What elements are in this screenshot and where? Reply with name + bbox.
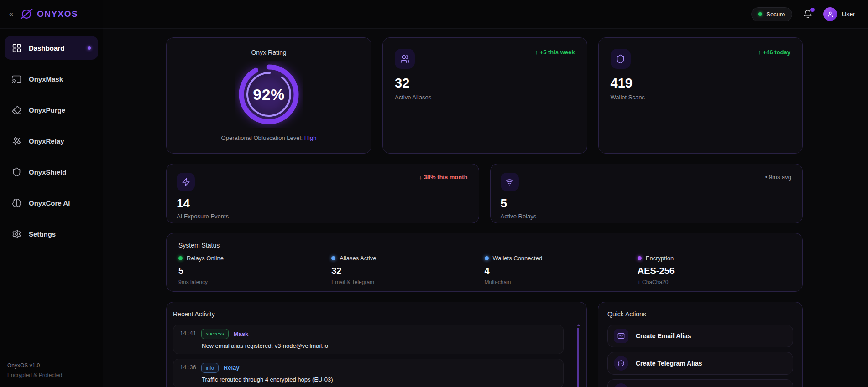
- recent-activity-title: Recent Activity: [173, 310, 580, 318]
- secure-status-dot: [758, 12, 762, 16]
- sidebar-item-onyxrelay[interactable]: OnyxRelay: [5, 129, 98, 153]
- active-relays-card: • 9ms avg 5 Active Relays: [490, 164, 803, 223]
- scroll-up-arrow-icon[interactable]: [577, 324, 580, 326]
- rating-footer: Operational Obfuscation Level: High: [221, 134, 317, 141]
- status-value: 5: [178, 266, 331, 276]
- blue-status-dot: [331, 256, 335, 260]
- info-badge: info: [201, 363, 219, 373]
- app-root: « ONYXOS Dashboard OnyxMask Onyx: [0, 0, 868, 387]
- onyxos-logo-icon: [20, 7, 33, 21]
- quick-action-label: Create Email Alias: [636, 332, 691, 340]
- sidebar-item-onyxpurge[interactable]: OnyxPurge: [5, 98, 98, 122]
- rating-footer-value: High: [304, 134, 317, 141]
- status-label: Encryption: [646, 255, 674, 262]
- partial-icon-tile: [614, 383, 628, 387]
- wifi-icon-tile: [501, 173, 519, 191]
- status-aliases-active: Aliases Active 32 Email & Telegram: [331, 255, 484, 285]
- secure-status-label: Secure: [766, 11, 785, 18]
- status-wallets-connected: Wallets Connected 4 Multi-chain: [485, 255, 638, 285]
- sidebar-header: « ONYXOS: [0, 0, 103, 29]
- brain-icon: [12, 198, 21, 208]
- chat-bubble-icon: [617, 360, 625, 367]
- satellite-icon: [12, 136, 21, 146]
- create-email-alias-button[interactable]: Create Email Alias: [607, 325, 793, 347]
- status-relays-online: Relays Online 5 9ms latency: [178, 255, 331, 285]
- sidebar-item-label: OnyxRelay: [29, 137, 64, 145]
- quick-actions-panel: Quick Actions Create Email Alias: [598, 302, 803, 387]
- status-value: 32: [331, 266, 484, 276]
- sidebar-footer: OnyxOS v1.0 Encrypted & Protected: [0, 354, 103, 387]
- sidebar-collapse-button[interactable]: «: [7, 9, 15, 19]
- relays-delta: • 9ms avg: [765, 174, 791, 181]
- green-status-dot: [178, 256, 183, 260]
- shield-icon: [616, 54, 625, 64]
- activity-time: 14:36: [180, 365, 196, 371]
- status-label: Wallets Connected: [493, 255, 543, 262]
- notification-dot: [810, 8, 815, 12]
- user-label: User: [842, 10, 855, 18]
- sidebar-item-label: Settings: [29, 230, 56, 238]
- rating-value: 92%: [235, 61, 303, 128]
- app-version: OnyxOS v1.0: [7, 361, 95, 370]
- recent-activity-panel: Recent Activity 14:41 success Mask New e…: [166, 302, 587, 387]
- status-value: 4: [485, 266, 638, 276]
- activity-source: Relay: [224, 364, 240, 371]
- activity-time: 14:41: [180, 330, 196, 337]
- sidebar-item-onyxshield[interactable]: OnyxShield: [5, 160, 98, 184]
- eraser-icon: [12, 105, 21, 115]
- purple-status-dot: [638, 256, 642, 260]
- avatar: [823, 7, 837, 21]
- status-sub: + ChaCha20: [638, 279, 790, 285]
- rating-footer-label: Operational Obfuscation Level:: [221, 134, 303, 141]
- aliases-value: 32: [395, 76, 575, 91]
- scrollbar-thumb[interactable]: [577, 328, 579, 387]
- sidebar-item-label: OnyxMask: [29, 75, 63, 83]
- rating-gauge: 92%: [235, 61, 303, 128]
- activity-list: 14:41 success Mask New email alias regis…: [173, 325, 564, 387]
- sidebar-item-label: OnyxCore AI: [29, 199, 70, 207]
- main-content: Onyx Rating 92% Operational Obfuscation …: [103, 29, 868, 387]
- sidebar-item-onyxmask[interactable]: OnyxMask: [5, 67, 98, 91]
- user-icon: [827, 11, 834, 18]
- blue-status-dot: [485, 256, 489, 260]
- system-status-title: System Status: [178, 242, 790, 249]
- quick-action-partial-button[interactable]: [607, 379, 793, 387]
- wallet-label: Wallet Scans: [611, 94, 791, 101]
- rating-card-title: Onyx Rating: [251, 49, 286, 56]
- sidebar: « ONYXOS Dashboard OnyxMask Onyx: [0, 0, 103, 387]
- shield-icon: [12, 167, 21, 177]
- shield-icon-tile: [611, 49, 631, 69]
- create-telegram-alias-button[interactable]: Create Telegram Alias: [607, 352, 793, 375]
- activity-message: New email alias registered: v3-node@veil…: [202, 342, 557, 349]
- exposure-delta: ↓ 38% this month: [419, 174, 467, 181]
- status-value: AES-256: [638, 266, 790, 276]
- ai-exposure-card: ↓ 38% this month 14 AI Exposure Events: [166, 164, 479, 223]
- chat-icon-tile: [614, 356, 628, 371]
- status-sub: Email & Telegram: [331, 279, 484, 285]
- sidebar-item-onyxcore-ai[interactable]: OnyxCore AI: [5, 191, 98, 215]
- mail-icon-tile: [614, 329, 628, 343]
- status-label: Relays Online: [187, 255, 224, 262]
- activity-row[interactable]: 14:36 info Relay Traffic rerouted throug…: [173, 359, 564, 387]
- user-menu[interactable]: User: [823, 7, 855, 21]
- gear-icon: [12, 229, 21, 239]
- quick-actions-title: Quick Actions: [607, 310, 793, 318]
- wallet-delta: ↑ +46 today: [758, 49, 790, 56]
- activity-row[interactable]: 14:41 success Mask New email alias regis…: [173, 325, 564, 354]
- active-aliases-card: ↑ +5 this week 32 Active Aliases: [382, 37, 587, 154]
- sidebar-item-settings[interactable]: Settings: [5, 222, 98, 246]
- sidebar-item-dashboard[interactable]: Dashboard: [5, 36, 98, 60]
- sidebar-item-label: Dashboard: [29, 44, 64, 52]
- secure-status-badge[interactable]: Secure: [751, 7, 792, 21]
- activity-scrollbar[interactable]: [577, 324, 579, 387]
- relays-value: 5: [501, 196, 793, 211]
- app-logo: ONYXOS: [20, 7, 78, 21]
- quick-action-label: Create Telegram Alias: [636, 360, 702, 367]
- notifications-button[interactable]: [803, 10, 812, 19]
- dashboard-grid-icon: [12, 43, 21, 53]
- app-tagline: Encrypted & Protected: [7, 371, 95, 380]
- users-icon-tile: [395, 49, 415, 69]
- app-title: ONYXOS: [37, 9, 78, 19]
- cast-icon: [12, 74, 21, 84]
- quick-actions-list: Create Email Alias Create Telegram Alias: [607, 325, 793, 387]
